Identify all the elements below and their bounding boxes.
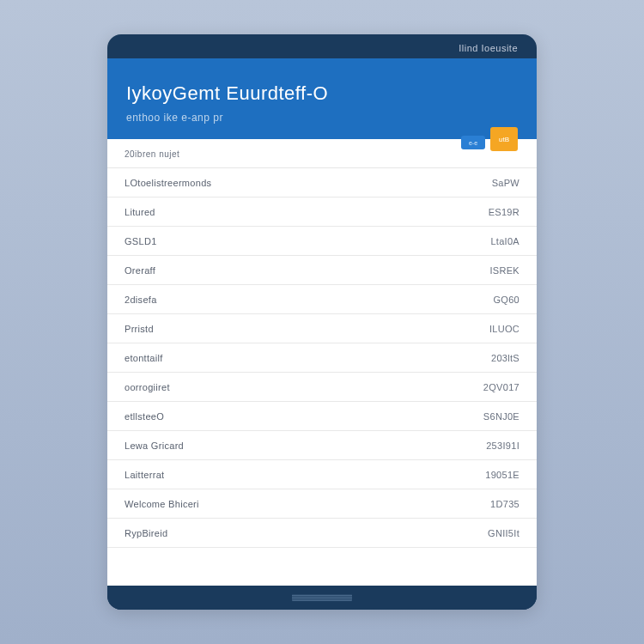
row-label: RypBireid (125, 528, 167, 538)
row-value: SaPW (492, 178, 519, 188)
header-badge[interactable]: utB (490, 127, 518, 151)
list-item[interactable]: Laitterrat 19051E (107, 460, 537, 489)
row-label: Laitterrat (125, 470, 164, 480)
row-label: GSLD1 (125, 236, 157, 246)
row-value: 2QV017 (483, 382, 519, 392)
list-header-left: 20ibren nujet (125, 149, 179, 159)
header-subtitle: enthoo ike e-anp pr (126, 112, 518, 124)
row-value: S6NJ0E (483, 411, 519, 422)
list-item[interactable]: oorrogiiret 2QV017 (107, 373, 537, 402)
row-value: GQ60 (493, 295, 519, 305)
header: IykoyGemt Euurdteff-O enthoo ike e-anp p… (107, 58, 537, 139)
row-label: 2disefa (125, 295, 157, 305)
header-chip[interactable]: e-e (461, 136, 485, 149)
row-label: Oreraff (125, 265, 155, 276)
row-label: LOtoelistreermonds (125, 178, 211, 188)
row-value: ES19R (489, 207, 519, 217)
row-label: Lewa Gricard (125, 440, 184, 451)
list-item[interactable]: Prristd ILUOC (107, 314, 537, 343)
list-item[interactable]: Litured ES19R (107, 197, 537, 227)
row-value: 203ltS (491, 353, 519, 363)
app-card: Ilind Ioeusite IykoyGemt Euurdteff-O ent… (107, 34, 537, 610)
top-meta-label: Ilind Ioeusite (459, 43, 518, 53)
list-item[interactable]: GSLD1 LtaI0A (107, 227, 537, 256)
list-item[interactable]: RypBireid GNII5It (107, 519, 537, 548)
list-item[interactable]: Lewa Gricard 253I91I (107, 431, 537, 460)
list-item[interactable]: LOtoelistreermonds SaPW (107, 168, 537, 197)
row-label: Welcome Bhiceri (125, 499, 199, 509)
list-container: 20ibren nujet LOtoelistreermonds SaPW Li… (107, 139, 537, 586)
row-value: 19051E (485, 470, 519, 480)
row-value: GNII5It (488, 528, 519, 538)
row-value: ILUOC (489, 324, 519, 334)
row-value: 253I91I (486, 440, 519, 451)
row-label: Prristd (125, 324, 154, 334)
row-label: Litured (125, 207, 155, 217)
list-item[interactable]: 2disefa GQ60 (107, 285, 537, 314)
row-value: ISREK (489, 265, 519, 276)
footer (107, 586, 537, 610)
list-item[interactable]: etllsteeO S6NJ0E (107, 402, 537, 431)
row-label: etllsteeO (125, 411, 164, 422)
footer-handle-icon (292, 594, 352, 601)
row-value: 1D735 (490, 499, 519, 509)
header-title: IykoyGemt Euurdteff-O (126, 82, 518, 105)
list-item[interactable]: etonttailf 203ltS (107, 343, 537, 373)
row-value: LtaI0A (490, 236, 519, 246)
row-label: etonttailf (125, 353, 163, 363)
list-item[interactable]: Oreraff ISREK (107, 256, 537, 285)
row-label: oorrogiiret (125, 382, 170, 392)
list-item[interactable]: Welcome Bhiceri 1D735 (107, 489, 537, 519)
